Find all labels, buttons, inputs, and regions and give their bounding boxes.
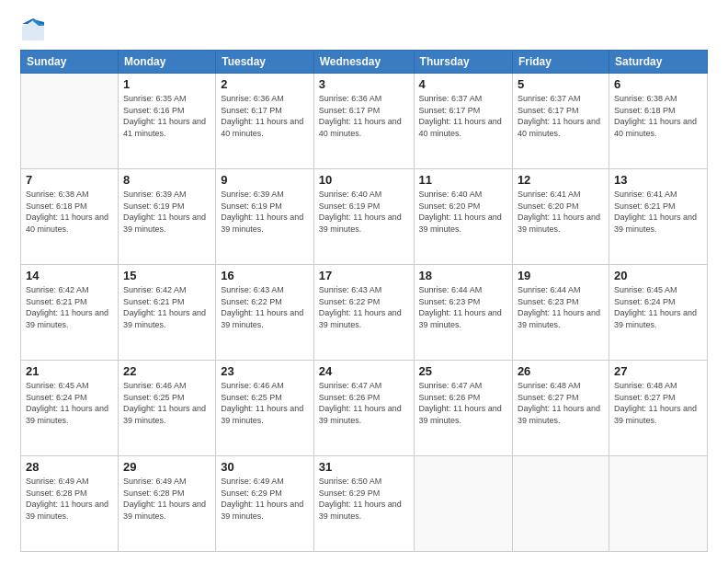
calendar-cell: 25 Sunrise: 6:47 AM Sunset: 6:26 PM Dayl…: [414, 361, 512, 456]
day-info: Sunrise: 6:36 AM Sunset: 6:17 PM Dayligh…: [319, 94, 402, 138]
day-number: 8: [123, 173, 210, 187]
day-info: Sunrise: 6:39 AM Sunset: 6:19 PM Dayligh…: [221, 190, 303, 234]
calendar-cell: 14 Sunrise: 6:42 AM Sunset: 6:21 PM Dayl…: [21, 265, 119, 361]
day-info: Sunrise: 6:37 AM Sunset: 6:17 PM Dayligh…: [419, 94, 502, 138]
day-info: Sunrise: 6:47 AM Sunset: 6:26 PM Dayligh…: [319, 381, 402, 425]
calendar-cell: 29 Sunrise: 6:49 AM Sunset: 6:28 PM Dayl…: [118, 456, 215, 552]
day-info: Sunrise: 6:48 AM Sunset: 6:27 PM Dayligh…: [614, 381, 697, 425]
day-info: Sunrise: 6:40 AM Sunset: 6:19 PM Dayligh…: [319, 190, 402, 234]
day-info: Sunrise: 6:36 AM Sunset: 6:17 PM Dayligh…: [221, 94, 303, 138]
day-number: 4: [419, 77, 507, 91]
day-info: Sunrise: 6:43 AM Sunset: 6:22 PM Dayligh…: [319, 285, 402, 329]
day-info: Sunrise: 6:45 AM Sunset: 6:24 PM Dayligh…: [26, 381, 108, 425]
day-number: 11: [419, 173, 507, 187]
calendar-cell: 3 Sunrise: 6:36 AM Sunset: 6:17 PM Dayli…: [313, 74, 414, 169]
day-number: 26: [518, 364, 604, 378]
calendar-cell: [609, 456, 707, 552]
page: SundayMondayTuesdayWednesdayThursdayFrid…: [0, 0, 728, 563]
day-number: 5: [518, 77, 604, 91]
day-info: Sunrise: 6:49 AM Sunset: 6:29 PM Dayligh…: [221, 477, 303, 521]
day-info: Sunrise: 6:42 AM Sunset: 6:21 PM Dayligh…: [123, 285, 206, 329]
calendar-cell: 26 Sunrise: 6:48 AM Sunset: 6:27 PM Dayl…: [512, 361, 609, 456]
header: [20, 17, 708, 42]
weekday-header: Saturday: [609, 51, 707, 74]
calendar-cell: [414, 456, 512, 552]
calendar-cell: 8 Sunrise: 6:39 AM Sunset: 6:19 PM Dayli…: [118, 169, 215, 265]
calendar-cell: 9 Sunrise: 6:39 AM Sunset: 6:19 PM Dayli…: [216, 169, 314, 265]
day-number: 21: [26, 364, 113, 378]
logo: [20, 17, 50, 42]
day-number: 7: [26, 173, 113, 187]
day-number: 15: [123, 269, 210, 282]
day-number: 14: [26, 269, 113, 282]
day-number: 25: [419, 364, 507, 378]
calendar-cell: 16 Sunrise: 6:43 AM Sunset: 6:22 PM Dayl…: [216, 265, 314, 361]
calendar-cell: [512, 456, 609, 552]
calendar-row: 28 Sunrise: 6:49 AM Sunset: 6:28 PM Dayl…: [21, 456, 708, 552]
day-info: Sunrise: 6:49 AM Sunset: 6:28 PM Dayligh…: [26, 477, 108, 521]
calendar-table: SundayMondayTuesdayWednesdayThursdayFrid…: [20, 50, 708, 552]
calendar-cell: 18 Sunrise: 6:44 AM Sunset: 6:23 PM Dayl…: [414, 265, 512, 361]
calendar-row: 7 Sunrise: 6:38 AM Sunset: 6:18 PM Dayli…: [21, 169, 708, 265]
calendar-cell: 10 Sunrise: 6:40 AM Sunset: 6:19 PM Dayl…: [313, 169, 414, 265]
calendar-cell: 30 Sunrise: 6:49 AM Sunset: 6:29 PM Dayl…: [216, 456, 314, 552]
day-number: 10: [319, 173, 409, 187]
day-info: Sunrise: 6:38 AM Sunset: 6:18 PM Dayligh…: [26, 190, 108, 234]
day-info: Sunrise: 6:49 AM Sunset: 6:28 PM Dayligh…: [123, 477, 206, 521]
day-info: Sunrise: 6:41 AM Sunset: 6:20 PM Dayligh…: [518, 190, 600, 234]
day-number: 20: [614, 269, 702, 282]
calendar-cell: [21, 74, 119, 169]
day-number: 18: [419, 269, 507, 282]
calendar-row: 14 Sunrise: 6:42 AM Sunset: 6:21 PM Dayl…: [21, 265, 708, 361]
logo-icon: [20, 17, 46, 42]
calendar-cell: 2 Sunrise: 6:36 AM Sunset: 6:17 PM Dayli…: [216, 74, 314, 169]
calendar-cell: 31 Sunrise: 6:50 AM Sunset: 6:29 PM Dayl…: [313, 456, 414, 552]
day-info: Sunrise: 6:50 AM Sunset: 6:29 PM Dayligh…: [319, 477, 402, 521]
day-number: 29: [123, 460, 210, 474]
weekday-header: Sunday: [21, 51, 119, 74]
calendar-cell: 20 Sunrise: 6:45 AM Sunset: 6:24 PM Dayl…: [609, 265, 707, 361]
day-info: Sunrise: 6:37 AM Sunset: 6:17 PM Dayligh…: [518, 94, 600, 138]
day-info: Sunrise: 6:47 AM Sunset: 6:26 PM Dayligh…: [419, 381, 502, 425]
calendar-cell: 12 Sunrise: 6:41 AM Sunset: 6:20 PM Dayl…: [512, 169, 609, 265]
day-number: 17: [319, 269, 409, 282]
weekday-header: Wednesday: [313, 51, 414, 74]
weekday-header: Thursday: [414, 51, 512, 74]
day-number: 22: [123, 364, 210, 378]
day-number: 27: [614, 364, 702, 378]
day-info: Sunrise: 6:44 AM Sunset: 6:23 PM Dayligh…: [419, 285, 502, 329]
calendar-cell: 1 Sunrise: 6:35 AM Sunset: 6:16 PM Dayli…: [118, 74, 215, 169]
day-number: 30: [221, 460, 309, 474]
day-info: Sunrise: 6:42 AM Sunset: 6:21 PM Dayligh…: [26, 285, 108, 329]
day-info: Sunrise: 6:43 AM Sunset: 6:22 PM Dayligh…: [221, 285, 303, 329]
day-number: 6: [614, 77, 702, 91]
day-info: Sunrise: 6:48 AM Sunset: 6:27 PM Dayligh…: [518, 381, 600, 425]
day-info: Sunrise: 6:41 AM Sunset: 6:21 PM Dayligh…: [614, 190, 697, 234]
day-number: 31: [319, 460, 409, 474]
calendar-cell: 23 Sunrise: 6:46 AM Sunset: 6:25 PM Dayl…: [216, 361, 314, 456]
calendar-header: SundayMondayTuesdayWednesdayThursdayFrid…: [21, 51, 708, 74]
day-number: 23: [221, 364, 309, 378]
day-number: 2: [221, 77, 309, 91]
day-info: Sunrise: 6:40 AM Sunset: 6:20 PM Dayligh…: [419, 190, 502, 234]
day-number: 12: [518, 173, 604, 187]
calendar-cell: 17 Sunrise: 6:43 AM Sunset: 6:22 PM Dayl…: [313, 265, 414, 361]
day-number: 28: [26, 460, 113, 474]
day-number: 16: [221, 269, 309, 282]
day-number: 9: [221, 173, 309, 187]
calendar-cell: 22 Sunrise: 6:46 AM Sunset: 6:25 PM Dayl…: [118, 361, 215, 456]
day-info: Sunrise: 6:46 AM Sunset: 6:25 PM Dayligh…: [123, 381, 206, 425]
calendar-cell: 21 Sunrise: 6:45 AM Sunset: 6:24 PM Dayl…: [21, 361, 119, 456]
day-info: Sunrise: 6:38 AM Sunset: 6:18 PM Dayligh…: [614, 94, 697, 138]
day-number: 13: [614, 173, 702, 187]
day-number: 3: [319, 77, 409, 91]
calendar-cell: 13 Sunrise: 6:41 AM Sunset: 6:21 PM Dayl…: [609, 169, 707, 265]
calendar-cell: 11 Sunrise: 6:40 AM Sunset: 6:20 PM Dayl…: [414, 169, 512, 265]
day-info: Sunrise: 6:45 AM Sunset: 6:24 PM Dayligh…: [614, 285, 697, 329]
calendar-cell: 19 Sunrise: 6:44 AM Sunset: 6:23 PM Dayl…: [512, 265, 609, 361]
day-info: Sunrise: 6:44 AM Sunset: 6:23 PM Dayligh…: [518, 285, 600, 329]
weekday-header: Friday: [512, 51, 609, 74]
calendar-body: 1 Sunrise: 6:35 AM Sunset: 6:16 PM Dayli…: [21, 74, 708, 552]
calendar-cell: 7 Sunrise: 6:38 AM Sunset: 6:18 PM Dayli…: [21, 169, 119, 265]
calendar-cell: 4 Sunrise: 6:37 AM Sunset: 6:17 PM Dayli…: [414, 74, 512, 169]
